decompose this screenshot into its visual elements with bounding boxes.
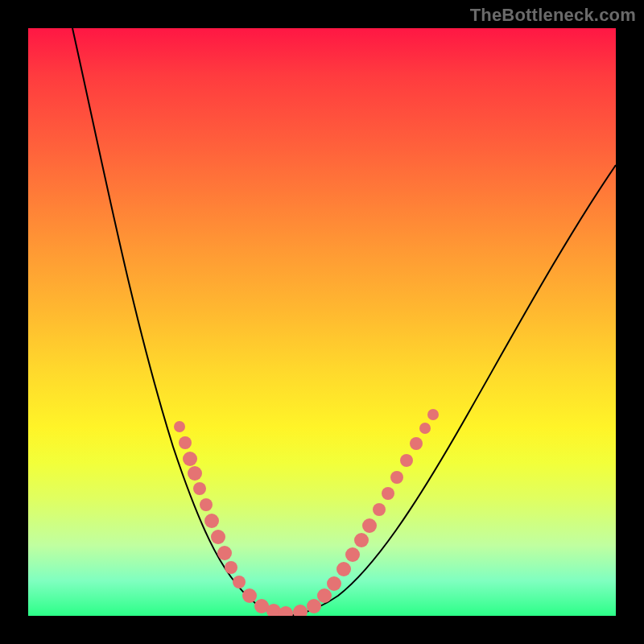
data-point: [179, 436, 192, 449]
data-point: [174, 421, 185, 432]
data-point: [183, 452, 197, 466]
data-point: [293, 605, 308, 616]
chart-frame: TheBottleneck.com: [0, 0, 644, 644]
data-point: [217, 546, 232, 560]
data-point: [242, 588, 257, 603]
data-point: [279, 606, 293, 616]
data-point: [373, 503, 386, 516]
data-point: [410, 437, 423, 450]
data-point: [327, 576, 341, 591]
watermark-text: TheBottleneck.com: [470, 5, 636, 26]
chart-svg: [28, 28, 616, 616]
data-point: [317, 588, 332, 603]
data-point: [200, 498, 213, 511]
data-point: [345, 547, 360, 562]
data-point: [419, 423, 431, 434]
data-point: [427, 409, 439, 420]
curve-left: [72, 28, 286, 616]
data-point: [400, 454, 413, 467]
data-point: [354, 533, 369, 547]
data-point: [382, 487, 394, 500]
data-point: [233, 576, 246, 588]
data-point: [307, 599, 321, 613]
data-point: [362, 518, 377, 533]
data-point: [211, 530, 225, 544]
data-dots: [174, 409, 439, 616]
data-point: [336, 562, 351, 576]
data-point: [204, 514, 219, 528]
data-point: [390, 471, 403, 484]
plot-area: [28, 28, 616, 616]
data-point: [225, 561, 237, 574]
data-point: [188, 466, 202, 481]
curve-right: [286, 165, 616, 616]
data-point: [193, 482, 206, 495]
